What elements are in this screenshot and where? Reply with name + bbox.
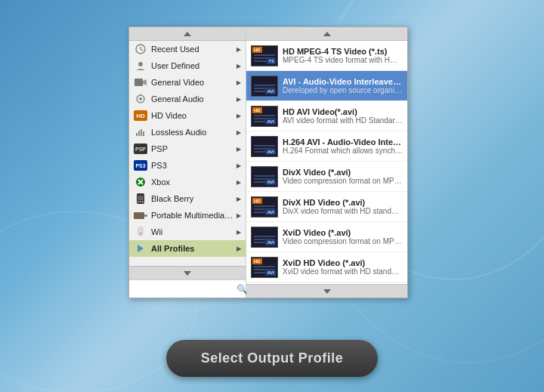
svg-line-5	[141, 49, 143, 51]
sidebar-item-label: PSP	[151, 144, 235, 153]
profile-list-item[interactable]: HDAVIDivX HD Video (*.avi)DivX video for…	[246, 192, 407, 222]
clock-icon	[134, 44, 147, 54]
search-input[interactable]	[132, 285, 236, 294]
submenu-arrow-icon: ▶	[236, 212, 241, 219]
profile-list-item[interactable]: HDTSHD MPEG-4 TS Video (*.ts)MPEG-4 TS v…	[246, 41, 407, 71]
svg-marker-8	[143, 79, 147, 85]
profile-description: DivX video format with HD standards	[283, 207, 403, 215]
left-scroll-down-button[interactable]	[129, 266, 246, 279]
left-scroll-up-button[interactable]	[129, 27, 246, 41]
profile-description: Video compression format on MPEG4,with D…	[283, 177, 403, 185]
svg-rect-19	[138, 201, 139, 202]
profile-selector-panel: Recent Used▶User Defined▶General Video▶G…	[128, 26, 408, 298]
sidebar-item-label: Black Berry	[151, 194, 235, 203]
profile-description: Dereloped by open source organization,wi…	[283, 86, 403, 94]
svg-rect-18	[138, 196, 144, 200]
submenu-arrow-icon: ▶	[236, 46, 241, 53]
wii-icon	[134, 227, 147, 237]
audio-icon	[134, 94, 147, 104]
sidebar-item-portable-multimedia[interactable]: Portable Multimedia Dev...▶	[129, 207, 246, 224]
format-sub-badge: AVI	[265, 88, 276, 94]
svg-point-26	[140, 233, 142, 235]
profile-title: XviD HD Video (*.avi)	[283, 258, 403, 267]
up-arrow-icon	[323, 32, 331, 36]
profile-info: HD MPEG-4 TS Video (*.ts)MPEG-4 TS video…	[283, 47, 403, 64]
profile-info: HD AVI Video(*.avi)AVI video format with…	[283, 107, 403, 125]
select-output-profile-button[interactable]: Select Output Profile	[166, 340, 378, 377]
sidebar-item-user-defined[interactable]: User Defined▶	[129, 57, 246, 74]
submenu-arrow-icon: ▶	[236, 179, 241, 186]
psp-icon: PSP	[134, 144, 147, 154]
submenu-arrow-icon: ▶	[236, 196, 241, 202]
sidebar-item-label: User Defined	[151, 61, 235, 70]
hd-icon: HD	[134, 110, 147, 121]
submenu-arrow-icon: ▶	[236, 162, 241, 169]
profile-title: HD MPEG-4 TS Video (*.ts)	[283, 47, 403, 56]
right-scroll-up-button[interactable]	[246, 27, 407, 41]
sidebar-item-xbox[interactable]: Xbox▶	[129, 174, 246, 190]
hd-badge: HD	[252, 198, 262, 204]
svg-rect-12	[136, 133, 138, 136]
sidebar-item-label: Xbox	[151, 177, 235, 187]
sidebar-item-label: Recent Used	[151, 45, 235, 54]
svg-rect-14	[141, 129, 142, 136]
sidebar-item-wii[interactable]: Wii▶	[129, 224, 246, 240]
sidebar-item-label: General Video	[151, 78, 235, 87]
profile-list-item[interactable]: AVIXviD Video (*.avi)Video compression f…	[246, 222, 407, 252]
category-list: Recent Used▶User Defined▶General Video▶G…	[129, 41, 246, 266]
svg-point-10	[139, 97, 142, 100]
right-scroll-down-button[interactable]	[246, 284, 407, 298]
sidebar-item-label: Portable Multimedia Dev...	[151, 211, 235, 220]
profile-list-item[interactable]: AVIAVI - Audio-Video Interleaved (*.avi)…	[246, 71, 407, 101]
profile-title: DivX Video (*.avi)	[283, 168, 403, 177]
sidebar-item-blackberry[interactable]: Black Berry▶	[129, 190, 246, 207]
profile-list-item[interactable]: HDAVIHD AVI Video(*.avi)AVI video format…	[246, 101, 407, 131]
sidebar-item-all-profiles[interactable]: All Profiles▶	[129, 240, 246, 257]
submenu-arrow-icon: ▶	[236, 229, 241, 236]
lossless-icon	[134, 127, 147, 137]
svg-rect-13	[138, 131, 140, 136]
profile-title: DivX HD Video (*.avi)	[283, 198, 403, 207]
sidebar-item-general-video[interactable]: General Video▶	[129, 74, 246, 91]
sidebar-item-general-audio[interactable]: General Audio▶	[129, 91, 246, 107]
profile-thumbnail: HDAVI	[251, 106, 278, 127]
sidebar-item-recent-used[interactable]: Recent Used▶	[129, 41, 246, 57]
format-sub-badge: AVI	[265, 239, 276, 245]
sidebar-item-label: Wii	[151, 227, 235, 236]
profile-info: DivX Video (*.avi)Video compression form…	[283, 168, 403, 185]
profile-list-item[interactable]: AVIDivX Video (*.avi)Video compression f…	[246, 162, 407, 192]
search-bar: 🔍	[129, 279, 246, 298]
right-panel: HDTSHD MPEG-4 TS Video (*.ts)MPEG-4 TS v…	[246, 27, 407, 298]
submenu-arrow-icon: ▶	[236, 63, 241, 69]
format-sub-badge: AVI	[265, 270, 276, 276]
profile-list-item[interactable]: AVIH.264 AVI - Audio-Video Interleaved..…	[246, 131, 407, 162]
hd-badge: HD	[252, 47, 262, 53]
sidebar-item-label: Lossless Audio	[151, 128, 235, 137]
sidebar-item-psp[interactable]: PSPPSP▶	[129, 140, 246, 157]
hd-badge: HD	[252, 258, 262, 264]
sidebar-item-ps3[interactable]: PS3PS3▶	[129, 157, 246, 174]
profile-info: AVI - Audio-Video Interleaved (*.avi)Der…	[283, 77, 403, 94]
profile-list: HDTSHD MPEG-4 TS Video (*.ts)MPEG-4 TS v…	[246, 41, 407, 284]
sidebar-item-lossless-audio[interactable]: Lossless Audio▶	[129, 124, 246, 140]
sidebar-item-hd-video[interactable]: HDHD Video▶	[129, 107, 246, 124]
submenu-arrow-icon: ▶	[236, 245, 241, 252]
submenu-arrow-icon: ▶	[236, 113, 241, 119]
submenu-arrow-icon: ▶	[236, 96, 241, 103]
video-icon	[134, 77, 147, 88]
profile-list-item[interactable]: HDAVIXviD HD Video (*.avi)XviD video for…	[246, 252, 407, 282]
profile-title: AVI - Audio-Video Interleaved (*.avi)	[283, 77, 403, 86]
all-icon	[134, 243, 147, 254]
svg-marker-27	[138, 245, 144, 252]
format-sub-badge: AVI	[265, 209, 276, 215]
format-sub-badge: AVI	[265, 119, 276, 125]
profile-thumbnail: AVI	[251, 227, 278, 248]
portable-icon	[134, 210, 147, 221]
profile-description: XviD video format with HD standards	[283, 267, 403, 276]
left-panel: Recent Used▶User Defined▶General Video▶G…	[129, 27, 246, 298]
submenu-arrow-icon: ▶	[236, 129, 241, 136]
svg-rect-20	[140, 201, 141, 202]
profile-info: H.264 AVI - Audio-Video Interleaved...H.…	[283, 137, 403, 155]
format-sub-badge: AVI	[265, 179, 276, 185]
profile-thumbnail: HDAVI	[251, 196, 278, 218]
